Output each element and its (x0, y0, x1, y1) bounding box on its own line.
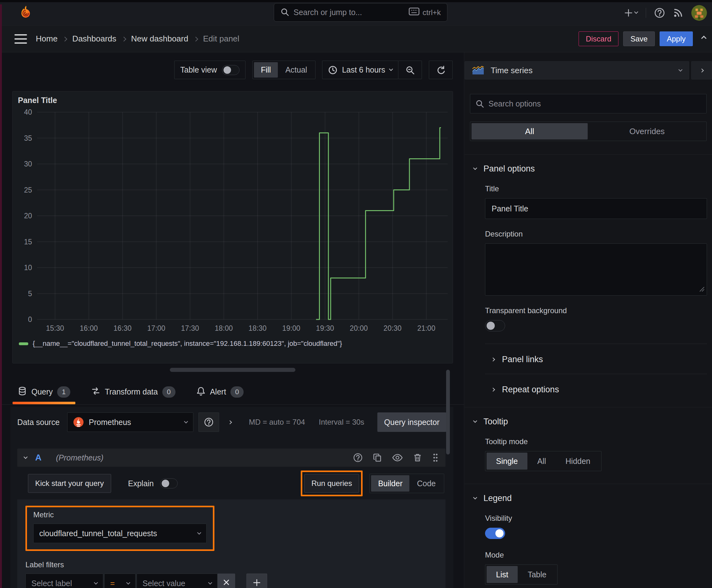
panel-title-input[interactable] (485, 198, 707, 219)
user-avatar[interactable] (691, 5, 707, 21)
zoom-out-button[interactable] (398, 61, 422, 79)
metric-select[interactable]: cloudflared_tunnel_total_requests (33, 524, 207, 543)
keyboard-icon (409, 7, 419, 17)
tooltip-mode-hidden[interactable]: Hidden (556, 453, 600, 469)
time-range-picker[interactable]: Last 6 hours (322, 61, 398, 79)
window-edge-left (0, 4, 2, 588)
query-builder: Metric cloudflared_tunnel_total_requests… (17, 499, 446, 588)
chevron-right-icon[interactable] (228, 420, 232, 424)
options-search[interactable] (470, 94, 707, 113)
add-filter-button[interactable] (246, 573, 267, 588)
operator-dropdown[interactable]: = (104, 573, 136, 588)
repeat-options-header[interactable]: Repeat options (492, 383, 559, 396)
query-help-button[interactable] (353, 453, 363, 462)
delete-query-button[interactable] (413, 453, 422, 462)
code-mode-button[interactable]: Code (410, 475, 443, 491)
chevron-right-icon (121, 37, 126, 42)
legend-mode-group: List Table (485, 564, 558, 585)
legend-mode-list[interactable]: List (487, 566, 518, 583)
tab-overrides[interactable]: Overrides (589, 123, 705, 140)
refresh-button[interactable] (429, 61, 453, 79)
visualization-picker[interactable]: Time series (465, 61, 689, 80)
tab-transform-data[interactable]: Transform data 0 (91, 379, 175, 404)
tooltip-header[interactable]: Tooltip (465, 407, 712, 426)
panel-links-header[interactable]: Panel links (492, 353, 543, 366)
alert-count-badge: 0 (231, 386, 244, 398)
datasource-picker[interactable]: Prometheus (67, 413, 193, 432)
datasource-help-button[interactable] (198, 413, 219, 432)
vertical-scrollbar-thumb[interactable] (446, 370, 450, 455)
series-legend-label[interactable]: {__name__="cloudflared_tunnel_total_requ… (33, 339, 342, 348)
eye-icon (392, 453, 403, 462)
breadcrumb-home[interactable]: Home (36, 34, 58, 44)
add-new-button[interactable] (624, 8, 638, 17)
svg-text:10: 10 (24, 264, 32, 272)
remove-filter-button[interactable] (218, 573, 235, 588)
tab-alert[interactable]: Alert 0 (196, 379, 244, 404)
search-icon (475, 99, 484, 108)
query-editor-header[interactable]: A (Prometheus) (17, 448, 446, 467)
svg-text:16:30: 16:30 (114, 324, 132, 332)
query-inspector-button[interactable]: Query inspector (377, 413, 447, 432)
label-filters-label: Label filters (25, 560, 437, 569)
legend-mode-table[interactable]: Table (518, 566, 556, 583)
panel-options-header[interactable]: Panel options (465, 154, 712, 174)
datasource-row: Data source Prometheus MD = auto = 704 I… (17, 412, 447, 432)
tooltip-mode-single[interactable]: Single (487, 453, 527, 469)
builder-mode-button[interactable]: Builder (371, 475, 409, 491)
query-ref-id: A (35, 453, 41, 463)
save-button[interactable]: Save (623, 31, 655, 46)
datasource-label: Data source (17, 418, 60, 427)
apply-button[interactable]: Apply (660, 31, 693, 46)
panel-title: Panel Title (18, 96, 57, 105)
collapse-options-button[interactable] (702, 37, 706, 41)
tooltip-mode-all[interactable]: All (528, 453, 556, 469)
menu-toggle-button[interactable] (15, 34, 27, 44)
duplicate-query-button[interactable] (373, 453, 382, 462)
help-icon (353, 453, 363, 462)
drag-query-handle[interactable] (432, 453, 438, 463)
tab-all-options[interactable]: All (472, 123, 588, 140)
run-queries-button[interactable]: Run queries (304, 474, 359, 493)
table-view-toggle[interactable] (222, 65, 239, 75)
select-label-dropdown[interactable]: Select label (25, 573, 103, 588)
query-editor-row: A (Prometheus) Kick start your query Exp… (17, 448, 446, 588)
options-search-input[interactable] (489, 99, 701, 108)
legend-header[interactable]: Legend (465, 484, 712, 503)
breadcrumb-bar: Home Dashboards New dashboard Edit panel… (0, 25, 712, 52)
actual-button[interactable]: Actual (278, 62, 314, 78)
zoom-out-icon (405, 65, 415, 75)
breadcrumb-new-dashboard[interactable]: New dashboard (131, 34, 188, 44)
editor-resize-handle[interactable] (170, 368, 296, 372)
svg-text:18:00: 18:00 (215, 324, 233, 332)
resize-corner-icon[interactable] (698, 286, 705, 293)
svg-text:21:00: 21:00 (417, 324, 435, 332)
explain-toggle[interactable] (160, 478, 178, 488)
tab-query[interactable]: Query 1 (18, 379, 70, 404)
transparent-background-toggle[interactable] (485, 320, 505, 331)
fill-button[interactable]: Fill (254, 62, 278, 78)
query-stats: MD = auto = 704 Interval = 30s (249, 418, 365, 426)
select-value-dropdown[interactable]: Select value (136, 573, 218, 588)
explain-control: Explain (128, 478, 178, 488)
news-button[interactable] (673, 8, 683, 18)
toggle-query-visibility-button[interactable] (392, 453, 403, 462)
chevron-down-icon (634, 10, 638, 14)
breadcrumb-dashboards[interactable]: Dashboards (72, 34, 116, 44)
grafana-logo-icon[interactable] (18, 5, 33, 20)
fill-actual-group: Fill Actual (253, 61, 316, 79)
chevron-down-icon (197, 530, 201, 534)
help-button[interactable] (654, 7, 665, 18)
panel-description-textarea[interactable] (485, 244, 707, 296)
svg-text:18:30: 18:30 (249, 324, 267, 332)
expand-viz-picker-button[interactable] (691, 61, 712, 80)
global-search[interactable]: ctrl+k (274, 3, 447, 22)
description-label: Description (485, 230, 707, 238)
svg-text:20: 20 (24, 212, 32, 220)
discard-button[interactable]: Discard (579, 31, 619, 46)
search-input[interactable] (294, 8, 404, 17)
svg-text:16:00: 16:00 (80, 324, 98, 332)
kick-start-query-button[interactable]: Kick start your query (28, 474, 111, 493)
query-count-badge: 1 (57, 386, 70, 398)
legend-visibility-toggle[interactable] (485, 528, 505, 539)
